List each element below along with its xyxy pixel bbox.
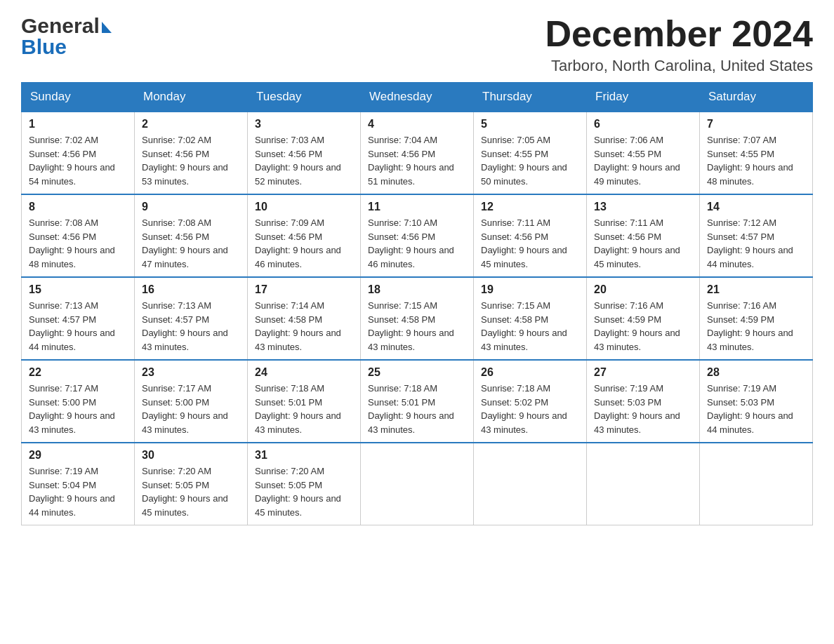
daylight-label: Daylight: 9 hours and 45 minutes.: [594, 245, 680, 269]
day-number: 13: [594, 201, 692, 213]
month-title: December 2024: [545, 14, 813, 54]
day-info: Sunrise: 7:08 AM Sunset: 4:56 PM Dayligh…: [29, 216, 127, 271]
daylight-label: Daylight: 9 hours and 43 minutes.: [142, 328, 228, 352]
sunrise-label: Sunrise: 7:02 AM: [142, 135, 211, 145]
sunset-label: Sunset: 4:56 PM: [142, 232, 209, 242]
sunset-label: Sunset: 5:03 PM: [707, 397, 774, 408]
sunrise-label: Sunrise: 7:17 AM: [142, 383, 211, 394]
daylight-label: Daylight: 9 hours and 48 minutes.: [29, 245, 115, 269]
sunset-label: Sunset: 4:56 PM: [255, 232, 322, 242]
calendar-cell: 8 Sunrise: 7:08 AM Sunset: 4:56 PM Dayli…: [22, 194, 135, 277]
day-info: Sunrise: 7:06 AM Sunset: 4:55 PM Dayligh…: [594, 133, 692, 188]
daylight-label: Daylight: 9 hours and 51 minutes.: [368, 162, 454, 187]
sunrise-label: Sunrise: 7:07 AM: [707, 135, 776, 145]
daylight-label: Daylight: 9 hours and 49 minutes.: [594, 162, 680, 187]
sunset-label: Sunset: 4:57 PM: [142, 314, 209, 325]
daylight-label: Daylight: 9 hours and 45 minutes.: [142, 493, 228, 518]
sunset-label: Sunset: 5:01 PM: [368, 397, 435, 408]
day-info: Sunrise: 7:02 AM Sunset: 4:56 PM Dayligh…: [29, 133, 127, 188]
daylight-label: Daylight: 9 hours and 52 minutes.: [255, 162, 341, 187]
day-info: Sunrise: 7:03 AM Sunset: 4:56 PM Dayligh…: [255, 133, 353, 188]
day-info: Sunrise: 7:11 AM Sunset: 4:56 PM Dayligh…: [481, 216, 579, 271]
day-number: 3: [255, 118, 353, 130]
daylight-label: Daylight: 9 hours and 53 minutes.: [142, 162, 228, 187]
day-number: 25: [368, 366, 466, 379]
sunset-label: Sunset: 5:00 PM: [29, 397, 96, 408]
day-number: 23: [142, 366, 240, 379]
calendar-cell: 15 Sunrise: 7:13 AM Sunset: 4:57 PM Dayl…: [22, 277, 135, 360]
daylight-label: Daylight: 9 hours and 43 minutes.: [255, 328, 341, 352]
sunrise-label: Sunrise: 7:19 AM: [29, 466, 98, 476]
page-header: General Blue December 2024 Tarboro, Nort…: [21, 14, 813, 75]
sunset-label: Sunset: 4:58 PM: [368, 314, 435, 325]
weekday-header-tuesday: Tuesday: [248, 83, 361, 112]
calendar-cell: 24 Sunrise: 7:18 AM Sunset: 5:01 PM Dayl…: [248, 360, 361, 443]
day-number: 21: [707, 283, 805, 296]
day-info: Sunrise: 7:20 AM Sunset: 5:05 PM Dayligh…: [255, 464, 353, 519]
day-info: Sunrise: 7:08 AM Sunset: 4:56 PM Dayligh…: [142, 216, 240, 271]
calendar-cell: 18 Sunrise: 7:15 AM Sunset: 4:58 PM Dayl…: [361, 277, 474, 360]
daylight-label: Daylight: 9 hours and 47 minutes.: [142, 245, 228, 269]
day-info: Sunrise: 7:17 AM Sunset: 5:00 PM Dayligh…: [29, 382, 127, 436]
sunrise-label: Sunrise: 7:12 AM: [707, 217, 776, 228]
day-number: 15: [29, 283, 127, 296]
sunrise-label: Sunrise: 7:19 AM: [707, 383, 776, 394]
daylight-label: Daylight: 9 hours and 45 minutes.: [255, 493, 341, 518]
daylight-label: Daylight: 9 hours and 45 minutes.: [481, 245, 567, 269]
day-number: 10: [255, 201, 353, 213]
title-block: December 2024 Tarboro, North Carolina, U…: [545, 14, 813, 75]
day-number: 1: [29, 118, 127, 130]
calendar-cell: 9 Sunrise: 7:08 AM Sunset: 4:56 PM Dayli…: [135, 194, 248, 277]
calendar-cell: 21 Sunrise: 7:16 AM Sunset: 4:59 PM Dayl…: [700, 277, 813, 360]
calendar-cell: 2 Sunrise: 7:02 AM Sunset: 4:56 PM Dayli…: [135, 112, 248, 194]
sunrise-label: Sunrise: 7:16 AM: [707, 300, 776, 311]
day-number: 20: [594, 283, 692, 296]
calendar-table: SundayMondayTuesdayWednesdayThursdayFrid…: [21, 82, 813, 525]
daylight-label: Daylight: 9 hours and 43 minutes.: [594, 410, 680, 435]
weekday-header-sunday: Sunday: [22, 83, 135, 112]
sunset-label: Sunset: 4:56 PM: [594, 232, 661, 242]
daylight-label: Daylight: 9 hours and 46 minutes.: [368, 245, 454, 269]
calendar-cell: [474, 443, 587, 525]
day-number: 5: [481, 118, 579, 130]
sunset-label: Sunset: 4:56 PM: [29, 232, 96, 242]
sunset-label: Sunset: 4:55 PM: [594, 149, 661, 159]
week-row-3: 15 Sunrise: 7:13 AM Sunset: 4:57 PM Dayl…: [22, 277, 813, 360]
sunrise-label: Sunrise: 7:15 AM: [368, 300, 437, 311]
day-info: Sunrise: 7:19 AM Sunset: 5:03 PM Dayligh…: [707, 382, 805, 436]
day-info: Sunrise: 7:09 AM Sunset: 4:56 PM Dayligh…: [255, 216, 353, 271]
day-number: 29: [29, 449, 127, 462]
day-info: Sunrise: 7:07 AM Sunset: 4:55 PM Dayligh…: [707, 133, 805, 188]
day-number: 9: [142, 201, 240, 213]
day-info: Sunrise: 7:14 AM Sunset: 4:58 PM Dayligh…: [255, 299, 353, 354]
sunrise-label: Sunrise: 7:15 AM: [481, 300, 550, 311]
daylight-label: Daylight: 9 hours and 44 minutes.: [29, 493, 115, 518]
sunrise-label: Sunrise: 7:19 AM: [594, 383, 663, 394]
sunset-label: Sunset: 4:58 PM: [481, 314, 548, 325]
daylight-label: Daylight: 9 hours and 44 minutes.: [707, 410, 793, 435]
sunrise-label: Sunrise: 7:05 AM: [481, 135, 550, 145]
sunset-label: Sunset: 5:05 PM: [255, 480, 322, 490]
sunset-label: Sunset: 4:59 PM: [707, 314, 774, 325]
logo-blue-text: Blue: [21, 35, 67, 59]
calendar-cell: [361, 443, 474, 525]
day-info: Sunrise: 7:17 AM Sunset: 5:00 PM Dayligh…: [142, 382, 240, 436]
sunrise-label: Sunrise: 7:03 AM: [255, 135, 324, 145]
sunset-label: Sunset: 4:56 PM: [368, 149, 435, 159]
sunrise-label: Sunrise: 7:16 AM: [594, 300, 663, 311]
weekday-header-friday: Friday: [587, 83, 700, 112]
day-info: Sunrise: 7:16 AM Sunset: 4:59 PM Dayligh…: [707, 299, 805, 354]
calendar-cell: 14 Sunrise: 7:12 AM Sunset: 4:57 PM Dayl…: [700, 194, 813, 277]
week-row-1: 1 Sunrise: 7:02 AM Sunset: 4:56 PM Dayli…: [22, 112, 813, 194]
calendar-cell: 1 Sunrise: 7:02 AM Sunset: 4:56 PM Dayli…: [22, 112, 135, 194]
calendar-cell: 10 Sunrise: 7:09 AM Sunset: 4:56 PM Dayl…: [248, 194, 361, 277]
calendar-cell: 28 Sunrise: 7:19 AM Sunset: 5:03 PM Dayl…: [700, 360, 813, 443]
day-info: Sunrise: 7:20 AM Sunset: 5:05 PM Dayligh…: [142, 464, 240, 519]
daylight-label: Daylight: 9 hours and 44 minutes.: [29, 328, 115, 352]
daylight-label: Daylight: 9 hours and 43 minutes.: [481, 410, 567, 435]
logo-general-text: General: [21, 14, 100, 38]
calendar-cell: 17 Sunrise: 7:14 AM Sunset: 4:58 PM Dayl…: [248, 277, 361, 360]
sunset-label: Sunset: 4:58 PM: [255, 314, 322, 325]
calendar-cell: [587, 443, 700, 525]
daylight-label: Daylight: 9 hours and 43 minutes.: [29, 410, 115, 435]
